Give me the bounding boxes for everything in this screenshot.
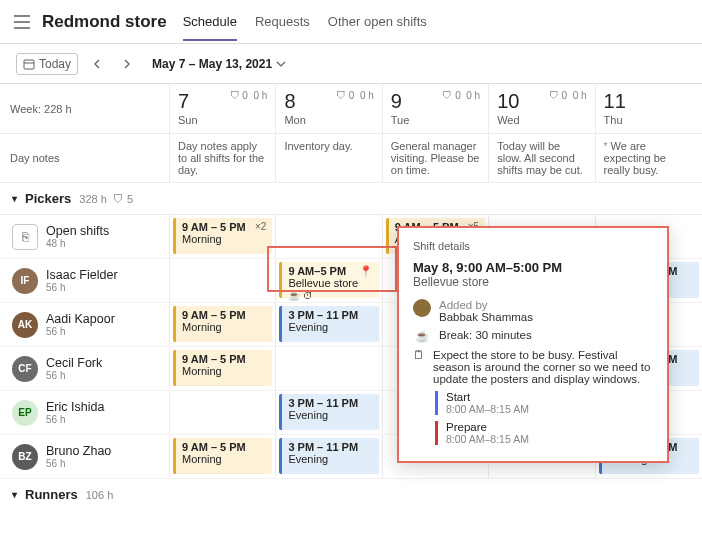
chevron-down-icon: ▾ <box>12 193 17 204</box>
group-header-pickers[interactable]: ▾ Pickers 328 h ⛉ 5 <box>0 183 702 215</box>
popover-location: Bellevue store <box>413 275 653 289</box>
day-header-mon[interactable]: 8 ⛉ 0 0 h Mon <box>276 84 382 134</box>
chevron-down-icon: ▾ <box>12 489 17 500</box>
shift-morning[interactable]: 9 AM – 5 PMMorning <box>173 306 272 342</box>
person-row-isaac[interactable]: IFIsaac Fielder56 h <box>0 259 170 303</box>
day-notes-label: Day notes <box>0 134 170 183</box>
group-header-runners[interactable]: ▾ Runners 106 h <box>0 479 702 510</box>
avatar: CF <box>12 356 38 382</box>
date-range-label: May 7 – May 13, 2021 <box>152 57 272 71</box>
note-text: Expect the store to be busy. Festival se… <box>433 349 653 385</box>
shift-morning[interactable]: 9 AM – 5 PMMorning <box>173 350 272 386</box>
added-by-label: Added by <box>439 299 488 311</box>
today-label: Today <box>39 57 71 71</box>
day-note-mon[interactable]: Inventory day. <box>276 134 382 183</box>
avatar: BZ <box>12 444 38 470</box>
person-row-eric[interactable]: EPEric Ishida56 h <box>0 391 170 435</box>
shift-evening[interactable]: 3 PM – 11 PMEvening <box>279 438 378 474</box>
shift-evening[interactable]: 3 PM – 11 PMEvening <box>279 394 378 430</box>
tab-schedule[interactable]: Schedule <box>183 2 237 41</box>
shift-selected[interactable]: 9 AM–5 PM 📍Bellevue store ☕ ⏱ <box>279 262 378 298</box>
day-note-sun[interactable]: Day notes apply to all shifts for the da… <box>170 134 276 183</box>
day-header-tue[interactable]: 9 ⛉ 0 0 h Tue <box>383 84 489 134</box>
day-note-thu[interactable]: * We are expecting be really busy. <box>596 134 702 183</box>
day-note-wed[interactable]: Today will be slow. All second shifts ma… <box>489 134 595 183</box>
group-name: Runners <box>25 487 78 502</box>
prev-week-button[interactable] <box>86 53 108 75</box>
calendar-icon <box>23 58 35 70</box>
person-row-aadi[interactable]: AKAadi Kapoor56 h <box>0 303 170 347</box>
location-pin-icon: 📍 <box>359 265 373 278</box>
cell-open-sun[interactable]: 9 AM – 5 PM×2Morning <box>170 215 276 259</box>
next-week-button[interactable] <box>116 53 138 75</box>
svg-rect-0 <box>24 60 34 69</box>
week-summary: Week: 228 h <box>0 84 170 134</box>
break-text: Break: 30 minutes <box>439 329 532 343</box>
chevron-down-icon <box>276 61 286 67</box>
day-note-tue[interactable]: General manager visiting. Please be on t… <box>383 134 489 183</box>
coffee-icon: ☕ <box>413 329 431 343</box>
hamburger-icon[interactable] <box>10 10 34 34</box>
open-shifts-row[interactable]: ⎘ Open shifts48 h <box>0 215 170 259</box>
day-header-wed[interactable]: 10 ⛉ 0 0 h Wed <box>489 84 595 134</box>
shift-evening[interactable]: 3 PM – 11 PMEvening <box>279 306 378 342</box>
added-by-name: Babbak Shammas <box>439 311 533 323</box>
shift-details-popover: Shift details May 8, 9:00 AM–5:00 PM Bel… <box>397 226 669 463</box>
day-header-sun[interactable]: 7 ⛉ 0 0 h Sun <box>170 84 276 134</box>
store-title: Redmond store <box>42 12 167 32</box>
today-button[interactable]: Today <box>16 53 78 75</box>
group-name: Pickers <box>25 191 71 206</box>
activity-prepare: Prepare8:00 AM–8:15 AM <box>435 421 653 445</box>
note-icon: 🗒 <box>413 349 425 385</box>
person-row-bruno[interactable]: BZBruno Zhao56 h <box>0 435 170 479</box>
nav-tabs: Schedule Requests Other open shifts <box>183 2 427 41</box>
tab-open-shifts[interactable]: Other open shifts <box>328 2 427 41</box>
person-row-cecil[interactable]: CFCecil Fork56 h <box>0 347 170 391</box>
avatar: EP <box>12 400 38 426</box>
popover-header: Shift details <box>413 240 653 252</box>
open-shifts-icon: ⎘ <box>12 224 38 250</box>
shift-open-morning[interactable]: 9 AM – 5 PM×2Morning <box>173 218 272 254</box>
avatar: IF <box>12 268 38 294</box>
activity-start: Start8:00 AM–8:15 AM <box>435 391 653 415</box>
avatar: AK <box>12 312 38 338</box>
avatar-icon <box>413 299 431 323</box>
popover-title: May 8, 9:00 AM–5:00 PM <box>413 260 653 275</box>
shift-morning[interactable]: 9 AM – 5 PMMorning <box>173 438 272 474</box>
day-header-thu[interactable]: 11 Thu <box>596 84 702 134</box>
date-range-picker[interactable]: May 7 – May 13, 2021 <box>152 57 286 71</box>
cell-open-mon[interactable] <box>276 215 382 259</box>
tab-requests[interactable]: Requests <box>255 2 310 41</box>
